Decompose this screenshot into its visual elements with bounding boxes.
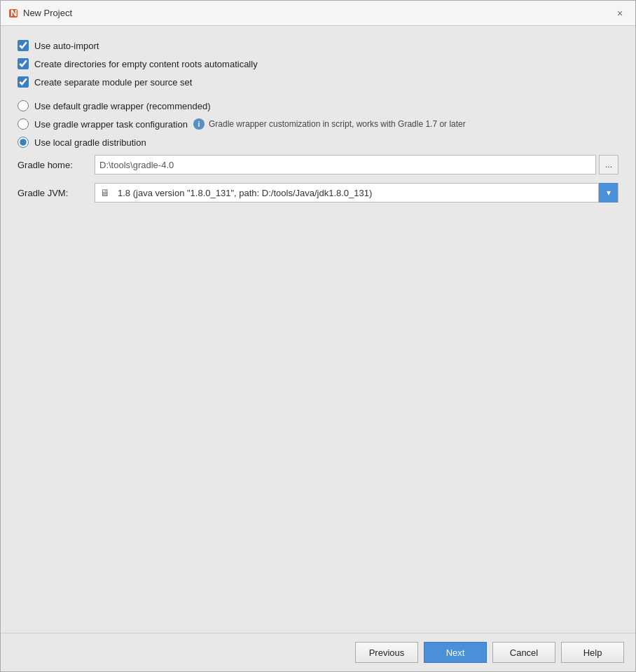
window-title: New Project xyxy=(23,8,611,18)
jvm-icon: 🖥 xyxy=(98,186,112,200)
create-dirs-checkbox[interactable] xyxy=(18,58,29,69)
gradle-jvm-value: 1.8 (java version "1.8.0_131", path: D:/… xyxy=(115,188,598,198)
local-distribution-row: Use local gradle distribution xyxy=(18,137,618,148)
wrapper-task-row: Use gradle wrapper task configuration i … xyxy=(18,118,618,130)
next-button[interactable]: Next xyxy=(424,642,487,663)
create-dirs-label[interactable]: Create directories for empty content roo… xyxy=(34,59,258,69)
gradle-home-browse-button[interactable]: ... xyxy=(599,155,618,174)
separate-module-row: Create separate module per source set xyxy=(18,76,618,88)
gradle-home-row: Gradle home: ... xyxy=(18,155,618,174)
auto-import-row: Use auto-import xyxy=(18,40,618,51)
app-icon: N xyxy=(8,8,19,19)
previous-button[interactable]: Previous xyxy=(355,642,418,663)
default-wrapper-row: Use default gradle wrapper (recommended) xyxy=(18,100,618,111)
help-button[interactable]: Help xyxy=(561,642,624,663)
cancel-button[interactable]: Cancel xyxy=(492,642,555,663)
info-tooltip-text: Gradle wrapper customization in script, … xyxy=(209,119,466,129)
dialog-footer: Previous Next Cancel Help xyxy=(1,633,635,671)
gradle-home-input-container: ... xyxy=(95,155,618,174)
local-distribution-radio[interactable] xyxy=(18,137,29,148)
gradle-jvm-row: Gradle JVM: 🖥 1.8 (java version "1.8.0_1… xyxy=(18,183,618,203)
title-bar: N New Project × xyxy=(1,1,635,26)
gradle-jvm-label: Gradle JVM: xyxy=(18,188,95,198)
gradle-home-input[interactable] xyxy=(95,155,596,174)
default-wrapper-radio[interactable] xyxy=(18,100,29,111)
separate-module-checkbox[interactable] xyxy=(18,76,29,88)
default-wrapper-label[interactable]: Use default gradle wrapper (recommended) xyxy=(34,101,210,111)
close-button[interactable]: × xyxy=(611,5,628,22)
separate-module-label[interactable]: Create separate module per source set xyxy=(34,77,192,88)
wrapper-task-radio[interactable] xyxy=(18,118,29,130)
info-icon: i xyxy=(193,118,205,130)
auto-import-label[interactable]: Use auto-import xyxy=(34,41,99,51)
wrapper-task-label[interactable]: Use gradle wrapper task configuration xyxy=(34,119,188,130)
gradle-jvm-dropdown[interactable]: 🖥 1.8 (java version "1.8.0_131", path: D… xyxy=(95,183,618,203)
gradle-home-label: Gradle home: xyxy=(18,160,95,170)
local-distribution-label[interactable]: Use local gradle distribution xyxy=(34,137,146,148)
dialog-content: Use auto-import Create directories for e… xyxy=(1,26,635,633)
jvm-dropdown-arrow[interactable]: ▾ xyxy=(598,183,618,203)
new-project-dialog: N New Project × Use auto-import Create d… xyxy=(0,0,636,672)
create-dirs-row: Create directories for empty content roo… xyxy=(18,58,618,69)
svg-text:N: N xyxy=(11,8,17,18)
auto-import-checkbox[interactable] xyxy=(18,40,29,51)
